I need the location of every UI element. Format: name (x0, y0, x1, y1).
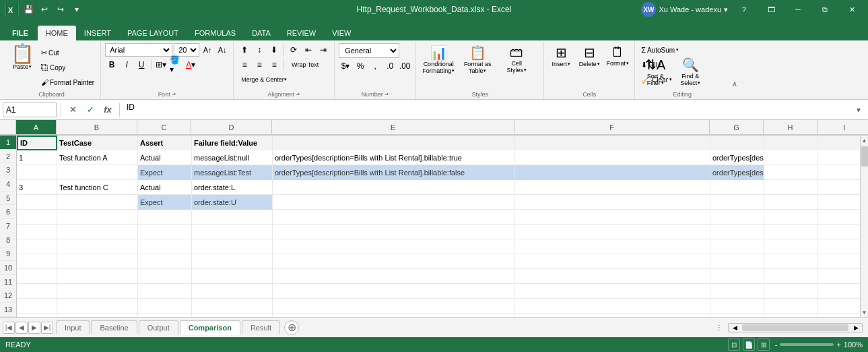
insert-button[interactable]: ⊞ Insert ▾ (548, 43, 574, 69)
h-scrollbar-thumb[interactable] (742, 324, 848, 331)
cell-f1[interactable] (515, 136, 710, 150)
scroll-down-button[interactable]: ▼ (861, 307, 869, 317)
cell-h5[interactable] (764, 195, 818, 210)
tab-baseline[interactable]: Baseline (91, 320, 137, 334)
row-num-2[interactable]: 2 (0, 150, 16, 164)
align-center-button[interactable]: ≡ (253, 58, 266, 71)
col-header-e[interactable]: E (272, 120, 514, 135)
cell-h1[interactable] (764, 136, 818, 150)
close-button[interactable]: ✕ (841, 0, 863, 19)
cell-h4[interactable] (764, 180, 818, 195)
tab-insert[interactable]: INSERT (76, 26, 119, 40)
cell-a2[interactable]: 1 (17, 150, 57, 165)
col-header-b[interactable]: B (57, 120, 137, 135)
row-num-10[interactable]: 10 (0, 261, 16, 275)
cell-styles-arrow[interactable]: ▾ (524, 67, 527, 73)
h-scroll-left[interactable]: ◀ (729, 324, 741, 331)
cell-styles-button[interactable]: 🗃 Cell Styles ▾ (498, 43, 535, 75)
cell-i5[interactable] (818, 195, 860, 210)
row-num-13[interactable]: 13 (0, 303, 16, 317)
conditional-formatting-button[interactable]: 📊 Conditional Formatting ▾ (420, 43, 457, 76)
user-dropdown-arrow[interactable]: ▾ (724, 5, 728, 14)
col-header-a[interactable]: A (16, 120, 57, 135)
cell-c2[interactable]: Actual (138, 150, 192, 165)
add-sheet-button[interactable]: ⊕ (284, 320, 299, 335)
insert-function-button[interactable]: fx (100, 102, 115, 117)
h-scroll-right[interactable]: ▶ (850, 324, 862, 331)
cell-c3[interactable]: Expect (138, 165, 192, 180)
italic-button[interactable]: I (120, 58, 133, 71)
cell-e1[interactable] (273, 136, 515, 150)
font-color-button[interactable]: A▾ (184, 58, 197, 71)
autosum-button[interactable]: Σ AutoSum ▾ (639, 43, 693, 57)
merge-center-button[interactable]: Merge & Center ▾ (238, 73, 290, 86)
corner-cell[interactable] (0, 120, 16, 135)
cell-h3[interactable] (764, 165, 818, 180)
font-size-select[interactable]: 20 (174, 43, 199, 57)
cell-a5[interactable] (17, 195, 57, 210)
cell-f2[interactable] (515, 150, 710, 165)
zoom-slider[interactable] (780, 343, 834, 346)
sheet-nav-first[interactable]: |◀ (3, 322, 15, 334)
sheet-nav-next[interactable]: ▶ (28, 322, 40, 334)
col-header-i[interactable]: I (817, 120, 868, 135)
format-button[interactable]: 🗒 Format ▾ (605, 43, 630, 68)
sheet-nav-last[interactable]: ▶| (41, 322, 53, 334)
formula-expand-button[interactable]: ▾ (852, 103, 865, 117)
cut-button[interactable]: ✂ Cut (39, 46, 96, 59)
comma-button[interactable]: , (368, 59, 382, 73)
number-format-select[interactable]: General (339, 43, 399, 58)
cell-b1[interactable]: TestCase (57, 136, 138, 150)
col-header-h[interactable]: H (764, 120, 817, 135)
save-qat-button[interactable]: 💾 (22, 3, 35, 16)
font-name-select[interactable]: Arial (105, 43, 172, 57)
sort-filter-arrow[interactable]: ▾ (661, 80, 664, 86)
redo-qat-button[interactable]: ↪ (54, 3, 67, 16)
ribbon-display-button[interactable]: 🗖 (760, 0, 782, 19)
indent-increase-button[interactable]: ⇥ (316, 43, 330, 57)
scroll-up-button[interactable]: ▲ (861, 136, 869, 145)
find-select-arrow[interactable]: ▾ (698, 80, 700, 86)
sheet-nav-prev[interactable]: ◀ (15, 322, 28, 334)
row-num-11[interactable]: 11 (0, 275, 16, 289)
autosum-arrow[interactable]: ▾ (676, 47, 679, 53)
zoom-minus[interactable]: - (775, 341, 778, 349)
paste-button[interactable]: 📋 Paste ▾ (7, 43, 38, 71)
fill-color-button[interactable]: 🪣▾ (169, 58, 182, 71)
formula-confirm-button[interactable]: ✓ (83, 102, 98, 117)
align-top-button[interactable]: ⬆ (238, 43, 251, 57)
align-left-button[interactable]: ≡ (238, 58, 251, 71)
cell-c4[interactable]: Actual (138, 180, 192, 195)
cell-i3[interactable] (818, 165, 860, 180)
row-num-4[interactable]: 4 (0, 177, 16, 192)
row-num-1[interactable]: 1 (0, 136, 16, 150)
cell-c1[interactable]: Assert (138, 136, 192, 150)
sheet-tab-dots[interactable]: ⋮ (716, 324, 723, 331)
scrollbar-thumb[interactable] (861, 146, 868, 167)
wrap-text-button[interactable]: Wrap Text (287, 58, 323, 71)
align-bottom-button[interactable]: ⬇ (267, 43, 281, 57)
align-right-button[interactable]: ≡ (267, 58, 281, 71)
cell-d1[interactable]: Failure field:Value (192, 136, 273, 150)
tab-data[interactable]: DATA (244, 26, 279, 40)
increase-decimal-button[interactable]: .00 (398, 59, 411, 73)
cell-i1[interactable] (818, 136, 860, 150)
row-num-3[interactable]: 3 (0, 163, 16, 177)
minimize-button[interactable]: ─ (787, 0, 809, 19)
find-select-button[interactable]: 🔍 Find & Select ▾ (674, 55, 706, 96)
cell-e3[interactable]: orderTypes[description=Bills with List R… (273, 165, 515, 180)
tab-home[interactable]: HOME (38, 26, 76, 40)
number-dialog-launcher[interactable]: ⬏ (385, 92, 389, 98)
insert-arrow[interactable]: ▾ (568, 61, 570, 67)
tab-view[interactable]: VIEW (324, 26, 359, 40)
tab-page-layout[interactable]: PAGE LAYOUT (119, 26, 187, 40)
row-num-6[interactable]: 6 (0, 205, 16, 219)
cell-b4[interactable]: Test function C (57, 180, 138, 195)
page-break-view-button[interactable]: ⊞ (758, 339, 770, 351)
qat-customize-button[interactable]: ▾ (70, 3, 84, 16)
restore-button[interactable]: ⧉ (814, 0, 836, 19)
delete-arrow[interactable]: ▾ (597, 61, 600, 67)
sort-filter-button[interactable]: ⇅A Sort & Filter ▾ (639, 55, 671, 96)
paste-dropdown-arrow[interactable]: ▾ (29, 64, 32, 69)
currency-button[interactable]: $▾ (339, 59, 352, 73)
